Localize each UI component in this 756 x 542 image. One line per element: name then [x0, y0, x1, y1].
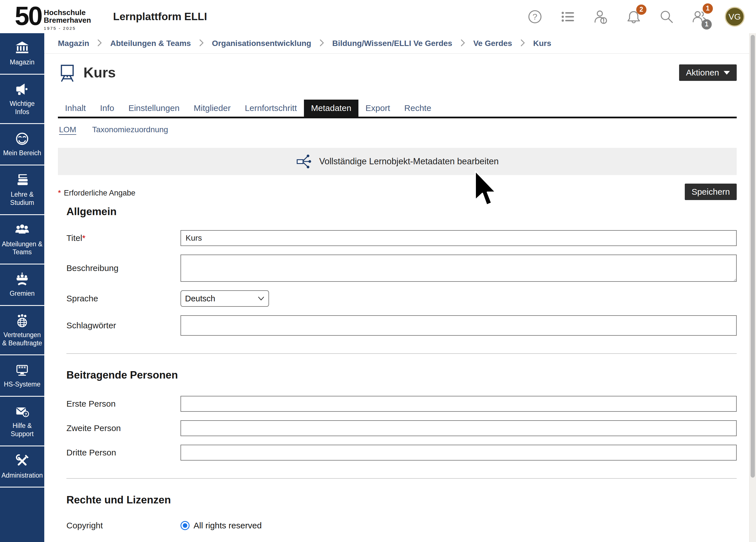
- page-title-row: Kurs Aktionen: [58, 63, 737, 82]
- app-title: Lernplattform ELLI: [113, 11, 207, 23]
- tab-info[interactable]: Info: [93, 100, 121, 117]
- contributors-section: Erste Person Zweite Person Dritte Person: [58, 396, 737, 461]
- titel-input[interactable]: [180, 230, 737, 246]
- user-alert-icon[interactable]: [593, 9, 608, 24]
- titel-label: Titel*: [66, 233, 180, 243]
- sidebar-item-label: Magazin: [10, 58, 35, 66]
- edit-full-metadata-banner[interactable]: Vollständige Lernobjekt-Metadaten bearbe…: [58, 148, 737, 175]
- sidebar-item-label: Mein Bereich: [3, 149, 41, 157]
- form-row-schlagwoerter: Schlagwörter: [58, 315, 737, 336]
- task-list-icon[interactable]: [560, 9, 576, 24]
- sidebar-item-abteilungen-teams[interactable]: Abteilungen & Teams: [0, 215, 44, 265]
- committee-icon: [15, 272, 30, 287]
- sidebar: Magazin Wichtige Infos Mein Bereich: [0, 33, 44, 542]
- sidebar-item-mein-bereich[interactable]: Mein Bereich: [0, 124, 44, 165]
- notifications-badge: 2: [636, 5, 646, 15]
- search-icon[interactable]: [659, 9, 674, 24]
- page-title: Kurs: [83, 64, 116, 81]
- main-area: Magazin Abteilungen & Teams Organisation…: [44, 33, 749, 542]
- notifications-icon[interactable]: 2: [626, 9, 641, 24]
- save-button[interactable]: Speichern: [685, 184, 737, 200]
- breadcrumb-item[interactable]: Bildung/Wissen/ELLI Ve Gerdes: [332, 39, 452, 48]
- globe-people-icon: [15, 313, 30, 328]
- screen: 50 Hochschule Bremerhaven 1975 - 2025 Le…: [0, 0, 756, 542]
- tab-metadaten[interactable]: Metadaten: [304, 100, 358, 117]
- form-row-beschreibung: Beschreibung: [58, 255, 737, 282]
- sidebar-item-hilfe-support[interactable]: ? Hilfe & Support: [0, 397, 44, 446]
- header-icons: ?: [527, 7, 756, 27]
- form-row-titel: Titel*: [58, 230, 737, 246]
- actions-button[interactable]: Aktionen: [679, 64, 737, 81]
- subtab-taxonomiezuordnung[interactable]: Taxonomiezuordnung: [92, 125, 168, 134]
- contacts-icon[interactable]: 1 1: [692, 9, 707, 24]
- contacts-badge-new: 1: [703, 3, 713, 14]
- sidebar-item-label: Vertretungen & Beauftragte: [2, 331, 43, 347]
- help-icon[interactable]: ?: [527, 9, 543, 24]
- logo-50: 50: [15, 4, 41, 28]
- university-logo: 50 Hochschule Bremerhaven 1975 - 2025: [15, 4, 91, 31]
- sidebar-item-gremien[interactable]: Gremien: [0, 264, 44, 306]
- top-header: 50 Hochschule Bremerhaven 1975 - 2025 Le…: [0, 0, 756, 33]
- sidebar-item-hs-systeme[interactable]: *** HS-Systeme: [0, 355, 44, 397]
- sidebar-item-magazin[interactable]: Magazin: [0, 33, 44, 75]
- dritte-person-input[interactable]: [180, 445, 737, 461]
- breadcrumb-item[interactable]: Ve Gerdes: [473, 39, 512, 48]
- schlagwoerter-label: Schlagwörter: [66, 321, 180, 330]
- breadcrumb-item[interactable]: Organisationsentwicklung: [212, 39, 311, 48]
- tools-icon: [15, 454, 30, 469]
- required-asterisk: *: [58, 188, 61, 198]
- sprache-select[interactable]: Deutsch: [180, 290, 269, 307]
- bank-icon: [15, 41, 30, 55]
- books-icon: [15, 173, 30, 188]
- breadcrumb-item[interactable]: Abteilungen & Teams: [110, 39, 191, 48]
- beschreibung-label: Beschreibung: [66, 263, 180, 273]
- sprache-label: Sprache: [66, 294, 180, 303]
- sidebar-item-wichtige-infos[interactable]: Wichtige Infos: [0, 75, 44, 124]
- tab-rechte[interactable]: Rechte: [397, 100, 438, 117]
- course-easel-icon: [58, 63, 77, 82]
- breadcrumb-item[interactable]: Kurs: [533, 39, 551, 48]
- form-row-zweite-person: Zweite Person: [58, 420, 737, 436]
- svg-text:?: ?: [533, 12, 537, 21]
- form-row-dritte-person: Dritte Person: [58, 445, 737, 461]
- zweite-person-input[interactable]: [180, 420, 737, 436]
- subtab-lom[interactable]: LOM: [59, 125, 76, 134]
- form-row-sprache: Sprache Deutsch: [58, 290, 737, 307]
- tab-einstellungen[interactable]: Einstellungen: [121, 100, 186, 117]
- chevron-right-icon: [199, 39, 204, 48]
- section-heading-rechte: Rechte und Lizenzen: [66, 494, 737, 506]
- breadcrumb: Magazin Abteilungen & Teams Organisation…: [44, 33, 749, 54]
- tab-export[interactable]: Export: [358, 100, 397, 117]
- schlagwoerter-input[interactable]: [180, 315, 737, 336]
- sidebar-item-label: Gremien: [10, 289, 35, 298]
- erste-person-input[interactable]: [180, 396, 737, 412]
- avatar[interactable]: VG: [725, 7, 745, 27]
- sidebar-item-vertretungen-beauftragte[interactable]: Vertretungen & Beauftragte: [0, 306, 44, 356]
- contacts-badge-total: 1: [702, 19, 712, 30]
- tab-inhalt[interactable]: Inhalt: [58, 100, 93, 117]
- sidebar-item-administration[interactable]: Administration: [0, 446, 44, 488]
- logo-line2: Bremerhaven: [44, 16, 91, 24]
- chevron-right-icon: [520, 39, 525, 48]
- banner-label: Vollständige Lernobjekt-Metadaten bearbe…: [319, 156, 499, 167]
- chevron-right-icon: [460, 39, 465, 48]
- logo-line1: Hochschule: [44, 9, 91, 16]
- rights-section: Copyright All rights reserved: [58, 521, 737, 530]
- vertical-scrollbar-track[interactable]: [749, 33, 756, 542]
- megaphone-icon: [15, 82, 30, 97]
- subtab-bar: LOM Taxonomiezuordnung: [58, 125, 737, 134]
- sidebar-item-lehre-studium[interactable]: Lehre & Studium: [0, 165, 44, 215]
- vertical-scrollbar-thumb[interactable]: [751, 35, 755, 478]
- copyright-radio-row: All rights reserved: [180, 521, 737, 530]
- section-heading-allgemein: Allgemein: [66, 206, 737, 218]
- beschreibung-textarea[interactable]: [180, 255, 737, 282]
- section-divider: [66, 353, 737, 354]
- tab-mitglieder[interactable]: Mitglieder: [187, 100, 238, 117]
- copyright-radio[interactable]: [180, 521, 190, 530]
- breadcrumb-item[interactable]: Magazin: [58, 39, 89, 48]
- tab-lernfortschritt[interactable]: Lernfortschritt: [238, 100, 304, 117]
- sidebar-item-label: Hilfe & Support: [2, 422, 43, 438]
- general-section: Titel* Beschreibung Sprache Deutsch: [58, 230, 737, 336]
- required-row: * Erforderliche Angabe Speichern: [58, 184, 737, 202]
- sidebar-item-label: Abteilungen & Teams: [2, 240, 43, 257]
